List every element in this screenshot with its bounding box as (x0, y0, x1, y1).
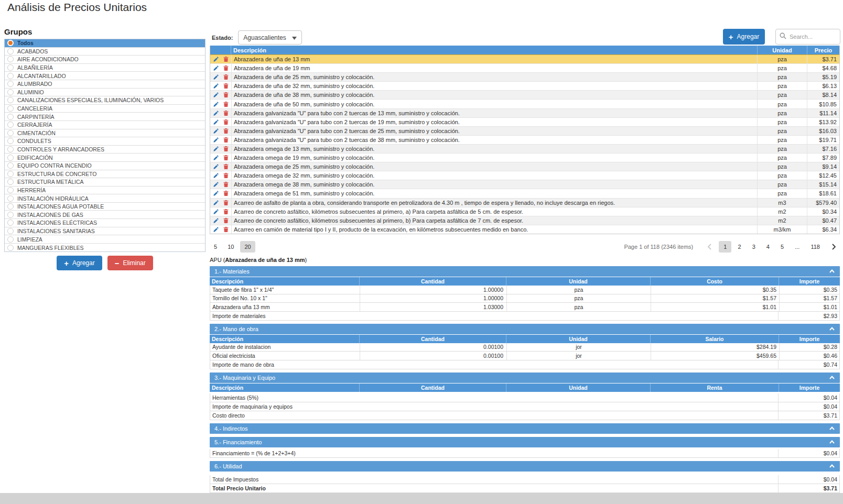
group-list-item[interactable]: EQUIPO CONTRA INCENDIO (5, 162, 205, 170)
table-row[interactable]: Abrazadera omega de 51 mm, suministro y … (210, 189, 839, 198)
trash-icon[interactable] (223, 65, 229, 71)
group-list-item[interactable]: ALBAÑILERÍA (5, 64, 205, 72)
chevron-up-icon[interactable] (829, 425, 835, 432)
table-row[interactable]: Acarreo de concreto asfáltico, kilómetro… (210, 216, 839, 225)
pencil-icon[interactable] (213, 83, 219, 89)
table-row[interactable]: Abrazadera de uña de 19 mm pza $4.68 (210, 63, 839, 72)
table-row[interactable]: Abrazadera omega de 38 mm, suministro y … (210, 180, 839, 189)
pencil-icon[interactable] (213, 181, 219, 188)
group-list-item[interactable]: AIRE ACONDICIONADO (5, 56, 205, 64)
table-row[interactable]: Abrazadera omega de 13 mm, suministro y … (210, 144, 839, 153)
group-list-item[interactable]: LIMPIEZA (5, 235, 205, 244)
section-mano-obra-header[interactable]: 2.- Mano de obra (210, 324, 840, 334)
pencil-icon[interactable] (213, 200, 219, 206)
table-row[interactable]: Abrazadera de uña de 13 mm pza $3.71 (210, 54, 839, 63)
chevron-up-icon[interactable] (829, 439, 835, 445)
group-list-item[interactable]: Todos (5, 39, 205, 48)
trash-icon[interactable] (223, 119, 229, 125)
trash-icon[interactable] (223, 101, 229, 107)
section-materiales-header[interactable]: 1.- Materiales (210, 266, 840, 277)
section-financiamiento-header[interactable]: 5.- Financiamiento (210, 437, 840, 447)
table-row[interactable]: Abrazadera de uña de 25 mm, suministro y… (210, 72, 839, 81)
trash-icon[interactable] (223, 74, 229, 80)
table-row[interactable]: Acarreo de asfalto de planta a obra, con… (210, 198, 839, 207)
section-indirectos-header[interactable]: 4.- Indirectos (210, 423, 840, 434)
page-size-option[interactable]: 20 (240, 241, 255, 253)
estado-dropdown[interactable]: Aguascalientes (238, 30, 302, 45)
pencil-icon[interactable] (213, 128, 219, 134)
table-row[interactable]: Acarreo en camión de material tipo I y I… (210, 225, 839, 234)
search-input[interactable] (790, 34, 834, 40)
trash-icon[interactable] (223, 128, 229, 134)
trash-icon[interactable] (223, 226, 229, 233)
trash-icon[interactable] (223, 209, 229, 215)
table-row[interactable]: Acarreo de concreto asfáltico, kilómetro… (210, 207, 839, 216)
section-maquinaria-header[interactable]: 3.- Maquinaria y Equipo (210, 372, 840, 383)
add-item-button[interactable]: + Agregar (723, 29, 765, 45)
pencil-icon[interactable] (213, 56, 219, 62)
page-number[interactable]: 1 (719, 241, 731, 253)
page-size-option[interactable]: 5 (210, 241, 221, 253)
table-row[interactable]: Abrazadera omega de 25 mm, suministro y … (210, 162, 839, 171)
trash-icon[interactable] (223, 110, 229, 116)
group-list-item[interactable]: HERRERÍA (5, 187, 205, 195)
group-list-item[interactable]: CIMENTACIÓN (5, 129, 205, 138)
page-number[interactable]: 3 (748, 241, 760, 253)
pencil-icon[interactable] (213, 65, 219, 71)
add-group-button[interactable]: + Agregar (57, 256, 102, 270)
trash-icon[interactable] (223, 155, 229, 161)
chevron-up-icon[interactable] (829, 375, 835, 381)
chevron-right-icon[interactable] (828, 243, 840, 250)
group-list-item[interactable]: ESTRUCTURA DE CONCRETO (5, 170, 205, 179)
group-list-item[interactable]: CANCELERIA (5, 105, 205, 113)
group-list-item[interactable]: ACABADOS (5, 48, 205, 56)
pencil-icon[interactable] (213, 163, 219, 170)
pencil-icon[interactable] (213, 226, 219, 233)
chevron-left-icon[interactable] (704, 243, 716, 250)
pencil-icon[interactable] (213, 146, 219, 152)
group-list-item[interactable]: CERRAJERÍA (5, 121, 205, 129)
group-list-item[interactable]: INSTALACIONES SANITARIAS (5, 227, 205, 236)
group-list-item[interactable]: ESTRUCTURA METÁLICA (5, 178, 205, 187)
page-number[interactable]: 118 (806, 241, 825, 253)
pencil-icon[interactable] (213, 119, 219, 125)
table-row[interactable]: Abrazadera galvanizada "U" para tubo con… (210, 108, 839, 117)
group-list-item[interactable]: CONTROLES Y ARRANCADORES (5, 146, 205, 154)
group-list-item[interactable]: INSTALACIONES ELÉCTRICAS (5, 219, 205, 227)
table-row[interactable]: Abrazadera galvanizada "U" para tubo con… (210, 135, 839, 144)
trash-icon[interactable] (223, 217, 229, 224)
group-list-item[interactable]: EDIFICACIÓN (5, 154, 205, 162)
trash-icon[interactable] (223, 181, 229, 188)
pencil-icon[interactable] (213, 110, 219, 116)
table-row[interactable]: Abrazadera galvanizada "U" para tubo con… (210, 126, 839, 135)
group-list-item[interactable]: INSTALACIÓN HIDRÁULICA (5, 194, 205, 203)
pencil-icon[interactable] (213, 190, 219, 196)
table-row[interactable]: Abrazadera de uña de 32 mm, suministro y… (210, 81, 839, 90)
pencil-icon[interactable] (213, 92, 219, 98)
table-row[interactable]: Abrazadera galvanizada "U" para tubo con… (210, 117, 839, 126)
trash-icon[interactable] (223, 190, 229, 196)
group-list-item[interactable]: CARPINTERÍA (5, 113, 205, 121)
chevron-up-icon[interactable] (829, 463, 835, 469)
pencil-icon[interactable] (213, 137, 219, 143)
group-list-item[interactable]: ALUMINIO (5, 89, 205, 97)
group-list-item[interactable]: INSTALACIONES AGUA POTABLE (5, 203, 205, 211)
pencil-icon[interactable] (213, 155, 219, 161)
page-number[interactable]: 2 (733, 241, 745, 253)
trash-icon[interactable] (223, 163, 229, 170)
section-utilidad-header[interactable]: 6.- Utilidad (210, 461, 840, 472)
trash-icon[interactable] (223, 200, 229, 206)
pencil-icon[interactable] (213, 209, 219, 215)
pencil-icon[interactable] (213, 217, 219, 224)
chevron-up-icon[interactable] (829, 268, 835, 275)
trash-icon[interactable] (223, 137, 229, 143)
page-number[interactable]: 4 (762, 241, 774, 253)
group-list-item[interactable]: INSTALACIONES DE GAS (5, 211, 205, 219)
pencil-icon[interactable] (213, 172, 219, 179)
trash-icon[interactable] (223, 172, 229, 179)
table-row[interactable]: Abrazadera de uña de 50 mm, suministro y… (210, 99, 839, 108)
page-size-option[interactable]: 10 (223, 241, 238, 253)
group-list-item[interactable]: MANGUERAS FLEXIBLES (5, 244, 205, 252)
group-list-item[interactable]: ALUMBRADO (5, 80, 205, 89)
page-number[interactable]: 5 (776, 241, 788, 253)
